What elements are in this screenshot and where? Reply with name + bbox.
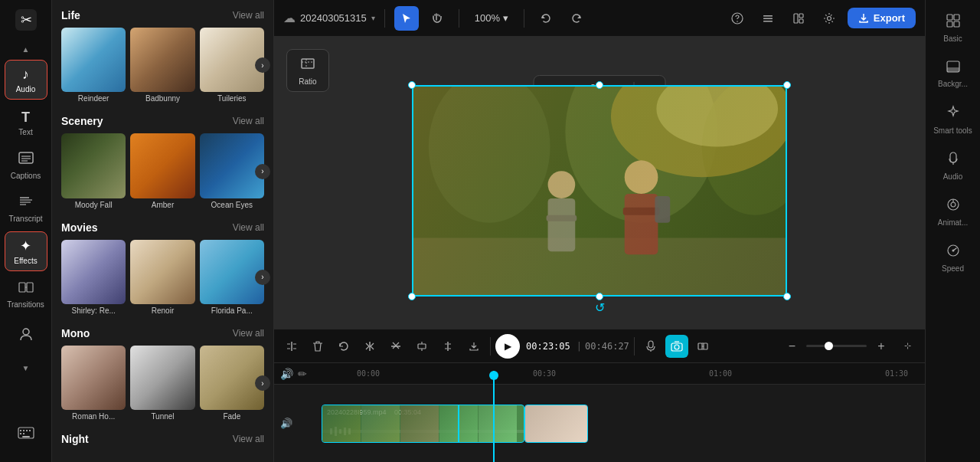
section-scenery-viewall[interactable]: View all	[233, 116, 264, 126]
zoom-control[interactable]: 100% ▾	[469, 9, 514, 27]
section-life-arrow[interactable]: ›	[255, 57, 270, 73]
sidebar-item-people[interactable]	[5, 317, 47, 357]
zoom-out-button[interactable]: −	[780, 335, 803, 358]
align-button[interactable]	[410, 335, 433, 358]
layout-button[interactable]	[786, 6, 811, 31]
sidebar-item-effects[interactable]: ✦ Effects	[5, 231, 47, 271]
right-panel-speed[interactable]: Speed	[930, 236, 976, 279]
media-card-badbunny[interactable]: Badbunny	[130, 28, 194, 103]
section-night-viewall[interactable]: View all	[233, 434, 264, 444]
handle-bottom-mid[interactable]	[596, 293, 603, 300]
flip-button[interactable]	[384, 335, 407, 358]
sidebar-scroll-up[interactable]: ▲	[14, 40, 38, 58]
cursor-tool-button[interactable]	[394, 6, 419, 31]
section-scenery-header: Scenery View all	[61, 115, 264, 127]
list-button[interactable]	[756, 6, 780, 31]
sidebar-item-transitions[interactable]: Transitions	[5, 274, 47, 314]
section-movies-arrow[interactable]: ›	[255, 270, 270, 285]
sidebar-item-transcript[interactable]: Transcript	[5, 188, 47, 228]
hand-tool-button[interactable]	[425, 6, 449, 31]
ai-camera-button[interactable]	[665, 335, 688, 358]
play-button[interactable]: ▶	[495, 334, 520, 359]
handle-bottom-right[interactable]	[783, 293, 791, 300]
section-mono-arrow[interactable]: ›	[255, 375, 270, 391]
sidebar-item-captions[interactable]: Captions	[5, 146, 47, 185]
mirror-button[interactable]	[358, 335, 381, 358]
media-card-renoir[interactable]: Renoir	[130, 240, 194, 315]
sidebar-effects-label: Effects	[14, 257, 37, 265]
keyboard-icon	[18, 427, 34, 443]
bottom-toolbar: ▶ 00:23:05 | 00:46:27 − + ⊹	[274, 329, 925, 362]
mic-button[interactable]	[639, 335, 662, 358]
svg-rect-28	[799, 14, 803, 18]
svg-point-42	[429, 87, 550, 223]
split-button[interactable]	[691, 335, 714, 358]
svg-point-48	[548, 171, 576, 198]
svg-rect-31	[302, 59, 314, 68]
svg-rect-54	[655, 195, 670, 222]
media-label-fade: Fade	[200, 412, 264, 421]
svg-point-46	[656, 87, 778, 146]
help-button[interactable]	[725, 6, 750, 31]
delete-button[interactable]	[306, 335, 329, 358]
settings-button[interactable]	[817, 6, 841, 31]
section-mono-viewall[interactable]: View all	[233, 328, 264, 339]
redo-button[interactable]	[564, 6, 589, 31]
handle-top-right[interactable]	[783, 81, 791, 89]
handle-bottom-left[interactable]	[408, 293, 416, 300]
track-volume-icon[interactable]: 🔊	[280, 418, 292, 429]
media-card-reindeer[interactable]: Reindeer	[61, 28, 126, 103]
handle-top-mid[interactable]	[596, 81, 603, 89]
media-card-moodyfall[interactable]: Moody Fall	[61, 133, 126, 208]
export-clip-button[interactable]	[462, 335, 485, 358]
right-panel-background[interactable]: Backgr...	[930, 52, 976, 95]
match-frame-button[interactable]	[436, 335, 459, 358]
svg-point-66	[675, 345, 679, 349]
right-panel-animation[interactable]: Animat...	[930, 190, 976, 233]
right-panel-smart-tools[interactable]: Smart tools	[930, 98, 976, 141]
track-clip-2[interactable]	[524, 405, 588, 443]
svg-rect-11	[27, 283, 33, 292]
app-logo[interactable]: ✂	[12, 6, 40, 34]
cloud-icon: ☁	[283, 11, 296, 25]
playhead[interactable]	[493, 371, 495, 463]
sidebar-transcript-label: Transcript	[8, 215, 42, 223]
zoom-level: 100%	[475, 12, 500, 24]
section-scenery-arrow[interactable]: ›	[255, 164, 270, 179]
media-label-florida: Florida Pa...	[200, 306, 264, 315]
right-panel-audio[interactable]: Audio	[930, 144, 976, 187]
pencil-icon[interactable]: ✏	[298, 368, 307, 380]
zoom-in-button[interactable]: +	[870, 335, 893, 358]
sidebar-item-audio[interactable]: ♪ Audio	[5, 60, 47, 100]
media-card-tunnel[interactable]: Tunnel	[130, 346, 194, 421]
sidebar-item-text[interactable]: T Text	[5, 103, 47, 143]
rotate-handle[interactable]: ↺	[595, 300, 605, 315]
section-life-header: Life View all	[61, 9, 264, 21]
right-panel: Basic Backgr... Smart tools Audio Animat…	[925, 0, 980, 462]
split-at-playhead-button[interactable]	[280, 335, 303, 358]
media-card-shirley[interactable]: Shirley: Re...	[61, 240, 126, 315]
media-label-reindeer: Reindeer	[61, 94, 126, 103]
zoom-slider[interactable]	[806, 345, 867, 347]
handle-top-left[interactable]	[408, 81, 416, 89]
section-movies-viewall[interactable]: View all	[233, 222, 264, 233]
video-canvas[interactable]: ↺	[412, 85, 787, 297]
undo-button[interactable]	[534, 6, 558, 31]
sidebar-scroll-down[interactable]: ▼	[14, 359, 38, 377]
fit-button[interactable]: ⊹	[896, 335, 919, 358]
basic-label: Basic	[943, 34, 962, 43]
right-panel-basic[interactable]: Basic	[930, 6, 976, 49]
sidebar-item-keyboard[interactable]	[5, 414, 47, 454]
svg-rect-79	[954, 21, 959, 27]
media-card-roman[interactable]: Roman Ho...	[61, 346, 126, 421]
speed-label: Speed	[942, 264, 964, 273]
rotate-clip-button[interactable]	[332, 335, 355, 358]
media-label-tunnel: Tunnel	[130, 412, 194, 421]
section-life-viewall[interactable]: View all	[233, 10, 264, 21]
project-selector[interactable]: ☁ 202403051315 ▾	[283, 11, 375, 25]
effects-icon: ✦	[20, 238, 31, 254]
ratio-button[interactable]: Ratio	[286, 49, 329, 92]
volume-icon[interactable]: 🔊	[280, 368, 293, 380]
export-button[interactable]: Export	[848, 8, 916, 28]
media-card-amber[interactable]: Amber	[130, 133, 194, 208]
